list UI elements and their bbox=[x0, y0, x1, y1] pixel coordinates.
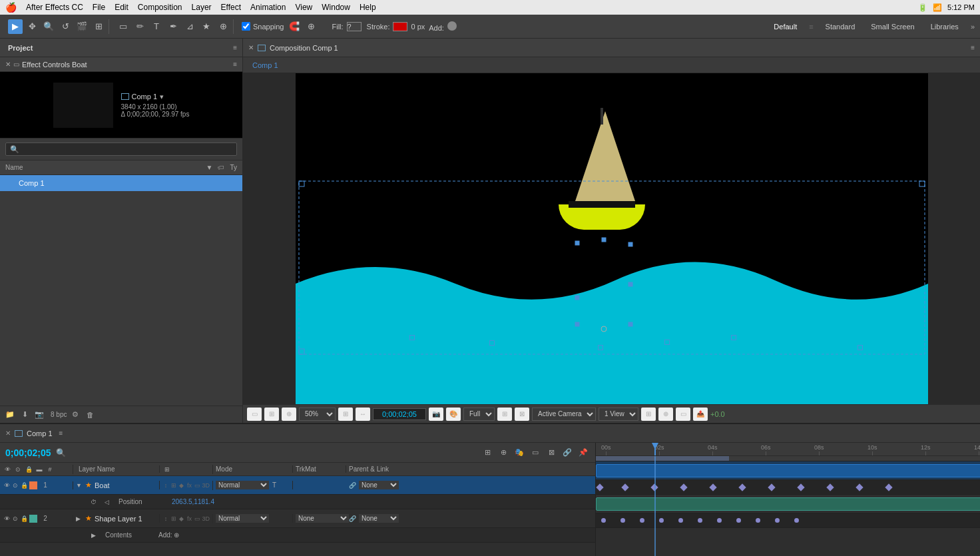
sw-effect-1[interactable]: fx bbox=[186, 481, 193, 490]
menu-animation[interactable]: Animation bbox=[250, 3, 286, 12]
comp-viewer-menu[interactable]: ≡ bbox=[971, 44, 975, 51]
select-tool[interactable]: ▶ bbox=[8, 19, 23, 34]
layer-label-2[interactable] bbox=[29, 515, 37, 523]
views-select[interactable]: 1 View bbox=[599, 408, 638, 421]
shape-kf-10[interactable] bbox=[775, 518, 780, 523]
puppet-tool[interactable]: ⊿ bbox=[182, 19, 197, 34]
mode-select-1[interactable]: Normal bbox=[216, 481, 269, 489]
layer-solo-1[interactable]: ⊙ bbox=[11, 481, 19, 489]
shape-kf-9[interactable] bbox=[756, 518, 760, 523]
tl-tool-6[interactable]: 🔗 bbox=[561, 446, 574, 459]
tag-icon[interactable]: 🏷 bbox=[218, 164, 224, 171]
menu-layer[interactable]: Layer bbox=[192, 3, 212, 12]
sort-icon[interactable]: ▼ bbox=[206, 164, 213, 171]
timeline-search-btn[interactable]: 🔍 bbox=[55, 447, 67, 459]
viewer-preview-btn[interactable]: ⊞ bbox=[264, 408, 279, 421]
type-tool[interactable]: T bbox=[149, 19, 164, 34]
project-item-comp1[interactable]: Comp 1 bbox=[0, 175, 242, 191]
stroke-swatch[interactable] bbox=[393, 22, 407, 31]
rotate-tool[interactable]: ↺ bbox=[58, 19, 73, 34]
parent-select-2[interactable]: None bbox=[359, 514, 399, 523]
pan-behind-tool[interactable]: ⊞ bbox=[91, 19, 106, 34]
layer-eye-2[interactable]: 👁 bbox=[3, 515, 11, 523]
timeline-timecode[interactable]: 0;00;02;05 bbox=[5, 447, 51, 458]
viewer-snapshot-btn[interactable]: 📷 bbox=[429, 408, 443, 421]
viewer-grid-btn[interactable]: ⊞ bbox=[497, 408, 512, 421]
layer-solo-2[interactable]: ⊙ bbox=[11, 515, 19, 523]
shape-kf-8[interactable] bbox=[736, 518, 741, 523]
rectangle-tool[interactable]: ▭ bbox=[116, 19, 130, 34]
menu-window[interactable]: Window bbox=[322, 3, 350, 12]
sw-quality-2[interactable]: ◆ bbox=[178, 514, 185, 523]
delete-icon[interactable]: 🗑 bbox=[84, 409, 96, 421]
quality-select[interactable]: Full bbox=[463, 408, 495, 421]
shape-kf-5[interactable] bbox=[678, 518, 683, 523]
snapping-checkbox[interactable] bbox=[242, 22, 250, 31]
layer-row-shape1[interactable]: 👁 ⊙ 🔒 2 ▶ ★ Shape Layer 1 ↕ ⊞ ◆ fx ▭ bbox=[0, 509, 595, 528]
sw-effect-2[interactable]: fx bbox=[186, 514, 193, 523]
snapping-magnet[interactable]: 🧲 bbox=[287, 19, 302, 34]
camera-tool[interactable]: 🎬 bbox=[75, 19, 89, 34]
sw-frame-1[interactable]: ▭ bbox=[194, 481, 201, 490]
clone-tool[interactable]: ★ bbox=[199, 19, 214, 34]
snapping-options[interactable]: ⊕ bbox=[304, 19, 319, 34]
layer-expand-2[interactable]: ▶ bbox=[76, 515, 83, 522]
viewer-reset-btn[interactable]: ⊞ bbox=[641, 408, 656, 421]
position-expand-icon[interactable]: ◁ bbox=[100, 499, 113, 505]
tl-tool-5[interactable]: ⊠ bbox=[545, 446, 558, 459]
sw-3d-2[interactable]: 3D bbox=[202, 514, 210, 523]
layer-label-1[interactable] bbox=[29, 481, 37, 489]
position-value[interactable]: 2063.5,1181.4 bbox=[166, 498, 214, 505]
viewer-toggle2-btn[interactable]: ⊕ bbox=[658, 408, 673, 421]
path-tool[interactable]: ✒ bbox=[166, 19, 180, 34]
viewer-export-btn[interactable]: 📤 bbox=[693, 408, 708, 421]
workspace-more[interactable]: » bbox=[971, 23, 975, 31]
shape-kf-11[interactable] bbox=[794, 518, 799, 523]
comp1-tab[interactable]: Comp 1 bbox=[246, 59, 285, 72]
project-search-input[interactable] bbox=[5, 142, 237, 156]
menu-effect[interactable]: Effect bbox=[221, 3, 241, 12]
trkmat-select-2[interactable]: None bbox=[296, 514, 349, 523]
settings-icon[interactable]: ⚙ bbox=[69, 409, 81, 421]
viewer-guides-btn[interactable]: ⊠ bbox=[515, 408, 529, 421]
shape-kf-3[interactable] bbox=[640, 518, 644, 523]
menu-composition[interactable]: Composition bbox=[138, 3, 182, 12]
sw-collapse-2[interactable]: ⊞ bbox=[170, 514, 177, 523]
workspace-standard[interactable]: Standard bbox=[822, 21, 859, 32]
menu-file[interactable]: File bbox=[93, 3, 105, 12]
keyframe-9[interactable] bbox=[826, 483, 834, 491]
keyframe-1[interactable] bbox=[596, 483, 603, 491]
tl-tool-3[interactable]: 🎭 bbox=[513, 446, 526, 459]
apple-menu[interactable]: 🍎 bbox=[5, 2, 17, 13]
shape-kf-1[interactable] bbox=[601, 518, 606, 523]
workspace-default[interactable]: Default bbox=[770, 21, 801, 32]
track-shape1[interactable] bbox=[596, 495, 980, 513]
add-icon[interactable] bbox=[447, 21, 457, 31]
shape-kf-7[interactable] bbox=[717, 518, 722, 523]
layer-lock-2[interactable]: 🔒 bbox=[20, 515, 28, 523]
work-area-range[interactable] bbox=[596, 456, 729, 461]
menu-view[interactable]: View bbox=[295, 3, 312, 12]
workspace-small-screen[interactable]: Small Screen bbox=[867, 21, 918, 32]
tl-tool-4[interactable]: ▭ bbox=[529, 446, 542, 459]
shape-kf-6[interactable] bbox=[698, 518, 702, 523]
position-stopwatch-icon[interactable]: ⏱ bbox=[87, 499, 100, 505]
workspace-libraries[interactable]: Libraries bbox=[927, 21, 963, 32]
keyframe-4[interactable] bbox=[680, 483, 687, 491]
timeline-menu-icon[interactable]: ≡ bbox=[59, 429, 63, 437]
fill-swatch[interactable]: ? bbox=[347, 22, 362, 31]
new-folder-icon[interactable]: 📁 bbox=[4, 409, 16, 421]
sw-shy-2[interactable]: ↕ bbox=[162, 514, 169, 523]
sw-3d-1[interactable]: 3D bbox=[202, 481, 210, 490]
keyframe-11[interactable] bbox=[885, 483, 892, 491]
sw-shy-1[interactable]: ↕ bbox=[162, 481, 169, 490]
pen-tool[interactable]: ✏ bbox=[132, 19, 147, 34]
sw-collapse-1[interactable]: ⊞ bbox=[170, 481, 177, 490]
sw-quality-1[interactable]: ◆ bbox=[178, 481, 185, 490]
track-boat[interactable] bbox=[596, 461, 980, 480]
menu-help[interactable]: Help bbox=[360, 3, 376, 12]
effect-controls-close[interactable]: ✕ bbox=[5, 61, 11, 68]
layer-lock-1[interactable]: 🔒 bbox=[20, 481, 28, 489]
zoom-select[interactable]: 50% bbox=[299, 408, 336, 421]
current-time-display[interactable]: 0;00;02;05 bbox=[373, 408, 426, 420]
